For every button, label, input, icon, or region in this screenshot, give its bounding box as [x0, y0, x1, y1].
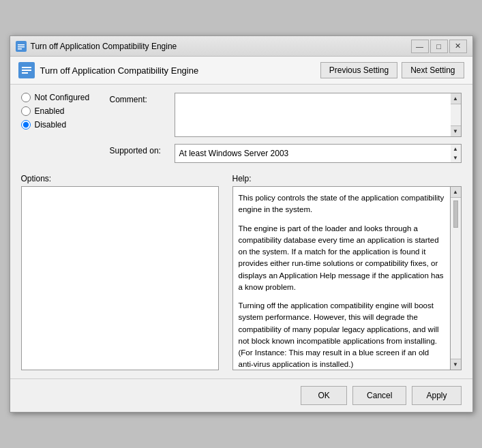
radio-not-configured-input[interactable] — [21, 93, 31, 102]
main-window: Turn off Application Compatibility Engin… — [10, 35, 473, 413]
right-panel: Comment: ▲ ▼ Support — [110, 93, 462, 163]
minimize-button[interactable]: — — [411, 40, 429, 53]
comment-field-container: ▲ ▼ — [175, 93, 462, 137]
radio-disabled[interactable]: Disabled — [21, 120, 110, 130]
window-controls: — □ ✕ — [411, 40, 467, 53]
help-label: Help: — [232, 174, 462, 183]
help-scroll-up-arrow[interactable]: ▲ — [451, 187, 461, 198]
comment-row: Comment: ▲ ▼ — [110, 93, 462, 137]
comment-textarea-wrapper: ▲ ▼ — [175, 93, 462, 137]
radio-not-configured-label: Not Configured — [35, 93, 90, 102]
supported-label: Supported on: — [110, 144, 175, 155]
svg-rect-3 — [18, 48, 22, 50]
options-box — [21, 186, 219, 370]
window-icon — [16, 41, 27, 52]
help-text-box: This policy controls the state of the ap… — [232, 186, 451, 370]
comment-label: Comment: — [110, 93, 175, 104]
svg-rect-2 — [18, 46, 25, 48]
header-icon — [18, 62, 35, 78]
help-p3: Turning off the application compatibilit… — [239, 300, 445, 370]
supported-select-wrapper: At least Windows Server 2003 ▲ ▼ — [175, 144, 462, 163]
supported-scroll-up[interactable]: ▲ — [451, 145, 461, 153]
supported-scroll-down[interactable]: ▼ — [451, 153, 461, 162]
options-label: Options: — [21, 174, 226, 183]
scroll-up-arrow[interactable]: ▲ — [451, 93, 461, 104]
content-area: Not Configured Enabled Disabled Comment: — [10, 85, 472, 378]
radio-enabled[interactable]: Enabled — [21, 106, 110, 116]
ok-button[interactable]: OK — [301, 386, 347, 405]
svg-rect-6 — [22, 70, 31, 71]
supported-field-container: At least Windows Server 2003 ▲ ▼ — [175, 144, 462, 163]
help-scrollbar: ▲ ▼ — [451, 186, 462, 370]
cancel-button[interactable]: Cancel — [352, 386, 406, 405]
svg-rect-1 — [18, 44, 25, 46]
help-p1: This policy controls the state of the ap… — [239, 192, 445, 216]
maximize-button[interactable]: □ — [430, 40, 448, 53]
radio-enabled-input[interactable] — [21, 106, 31, 116]
help-p2: The engine is part of the loader and loo… — [239, 223, 445, 294]
supported-value: At least Windows Server 2003 — [179, 149, 289, 158]
options-section: Options: — [21, 174, 226, 370]
apply-button[interactable]: Apply — [412, 386, 461, 405]
radio-disabled-input[interactable] — [21, 120, 31, 130]
supported-select[interactable]: At least Windows Server 2003 — [175, 144, 451, 163]
radio-group: Not Configured Enabled Disabled — [21, 93, 110, 130]
help-scroll-thumb-track — [451, 198, 461, 359]
supported-row: Supported on: At least Windows Server 20… — [110, 144, 462, 163]
help-section: Help: This policy controls the state of … — [232, 174, 462, 370]
help-scroll-thumb[interactable] — [453, 200, 458, 228]
options-help-section: Options: Help: This policy controls the … — [21, 174, 462, 370]
svg-rect-7 — [22, 72, 28, 74]
header-title: Turn off Application Compatibility Engin… — [40, 65, 199, 76]
title-bar: Turn off Application Compatibility Engin… — [10, 36, 472, 57]
scroll-track — [451, 104, 461, 125]
radio-disabled-label: Disabled — [35, 120, 67, 130]
help-box-wrapper: This policy controls the state of the ap… — [232, 186, 462, 370]
svg-rect-5 — [22, 67, 31, 68]
radio-not-configured[interactable]: Not Configured — [21, 93, 110, 102]
previous-setting-button[interactable]: Previous Setting — [320, 62, 397, 78]
radio-enabled-label: Enabled — [35, 106, 65, 116]
supported-scrollbar: ▲ ▼ — [451, 144, 462, 163]
close-button[interactable]: ✕ — [449, 40, 467, 53]
header-buttons: Previous Setting Next Setting — [320, 62, 464, 78]
window-title: Turn off Application Compatibility Engin… — [31, 42, 411, 51]
scroll-down-arrow[interactable]: ▼ — [451, 125, 461, 136]
comment-scrollbar: ▲ ▼ — [451, 93, 462, 137]
header-title-area: Turn off Application Compatibility Engin… — [18, 62, 199, 78]
footer-bar: OK Cancel Apply — [10, 378, 472, 412]
comment-textarea[interactable] — [175, 93, 462, 137]
help-scroll-down-arrow[interactable]: ▼ — [451, 359, 461, 370]
next-setting-button[interactable]: Next Setting — [402, 62, 464, 78]
header-bar: Turn off Application Compatibility Engin… — [10, 57, 472, 85]
